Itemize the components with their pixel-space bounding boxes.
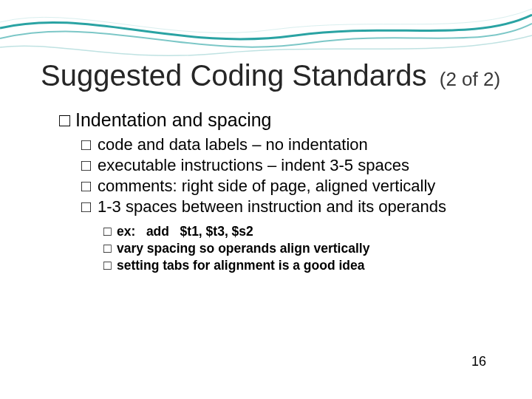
bullet-text: ex: add $t1, $t3, $s2	[117, 224, 253, 239]
bullet-text: setting tabs for alignment is a good ide…	[117, 258, 364, 273]
slide-title: Suggested Coding Standards (2 of 2)	[41, 61, 500, 90]
slide-content: □ Indentation and spacing □ code and dat…	[59, 109, 495, 275]
decorative-wave	[0, 0, 532, 66]
box-icon: □	[103, 258, 117, 273]
bullet-lvl3: □ vary spacing so operands align vertica…	[103, 241, 495, 256]
box-icon: □	[81, 197, 98, 216]
bullet-text: vary spacing so operands align verticall…	[117, 241, 369, 256]
bullet-lvl1: □ Indentation and spacing	[59, 109, 495, 131]
box-icon: □	[103, 241, 117, 256]
box-icon: □	[59, 109, 75, 131]
box-icon: □	[81, 156, 98, 175]
box-icon: □	[103, 224, 117, 239]
bullet-lvl2: □ comments: right side of page, aligned …	[81, 177, 495, 196]
bullet-lvl3: □ ex: add $t1, $t3, $s2	[103, 224, 495, 239]
bullet-lvl2: □ 1-3 spaces between instruction and its…	[81, 197, 495, 216]
bullet-text: comments: right side of page, aligned ve…	[98, 177, 435, 196]
sub-bullets: □ ex: add $t1, $t3, $s2 □ vary spacing s…	[59, 224, 495, 273]
page-number: 16	[471, 354, 486, 369]
title-suffix: (2 of 2)	[440, 68, 500, 90]
bullet-text: code and data labels – no indentation	[98, 135, 368, 154]
bullet-text: Indentation and spacing	[75, 109, 272, 131]
box-icon: □	[81, 135, 98, 154]
slide: Suggested Coding Standards (2 of 2) □ In…	[0, 0, 532, 399]
bullet-text: 1-3 spaces between instruction and its o…	[98, 197, 446, 216]
bullet-lvl3: □ setting tabs for alignment is a good i…	[103, 258, 495, 273]
title-main: Suggested Coding Standards	[41, 59, 427, 92]
box-icon: □	[81, 177, 98, 196]
bullet-text: executable instructions – indent 3-5 spa…	[98, 156, 409, 175]
bullet-lvl2: □ code and data labels – no indentation	[81, 135, 495, 154]
bullet-lvl2: □ executable instructions – indent 3-5 s…	[81, 156, 495, 175]
